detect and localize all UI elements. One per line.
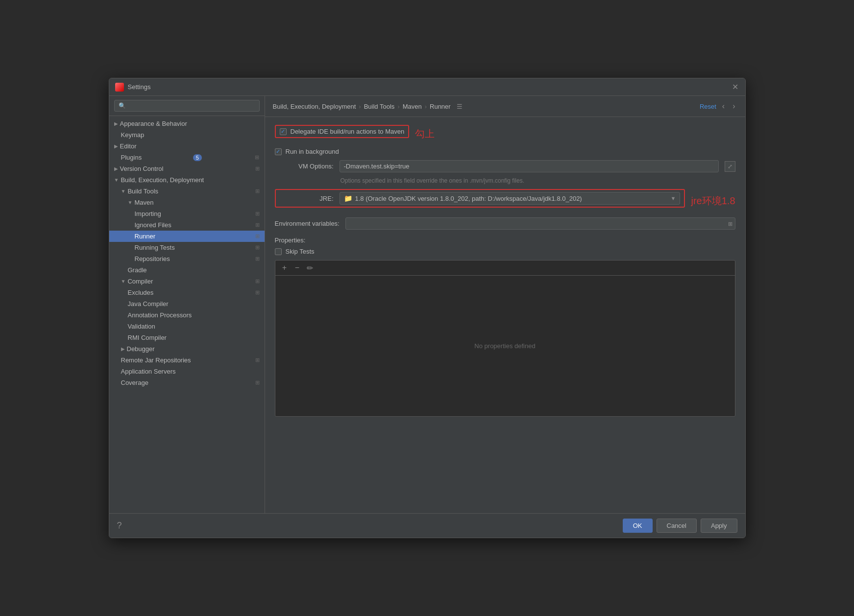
sidebar-item-plugins[interactable]: Plugins 5 ⊞ (109, 152, 265, 163)
sidebar-item-rmi-compiler[interactable]: RMI Compiler (109, 332, 265, 343)
no-properties-label: No properties defined (474, 342, 535, 350)
sidebar-item-label: Build Tools (127, 188, 158, 195)
sidebar: ▶ Appearance & Behavior Keymap ▶ Editor … (109, 96, 265, 513)
sidebar-item-compiler[interactable]: ▼ Compiler ⊞ (109, 276, 265, 287)
sidebar-item-ignored-files[interactable]: Ignored Files ⊞ (109, 219, 265, 231)
sidebar-item-label: Maven (134, 199, 153, 206)
delegate-annotation: 勾上 (415, 127, 435, 141)
sidebar-item-build-tools[interactable]: ▼ Build Tools ⊞ (109, 186, 265, 197)
sidebar-item-label: Runner (135, 233, 156, 240)
skip-tests-checkbox[interactable] (275, 248, 282, 255)
search-input[interactable] (114, 100, 260, 112)
window-title: Settings (128, 83, 151, 91)
sidebar-item-label: Appearance & Behavior (120, 120, 187, 127)
title-bar-left: Settings (115, 83, 151, 92)
settings-window: Settings ✕ ▶ Appearance & Behavior Keyma… (109, 78, 746, 538)
sidebar-item-label: Build, Execution, Deployment (121, 176, 204, 184)
cancel-button[interactable]: Cancel (657, 519, 697, 533)
sidebar-item-maven[interactable]: ▼ Maven (109, 197, 265, 208)
edit-property-button[interactable]: ✏ (305, 262, 316, 273)
nav-back-button[interactable]: ‹ (720, 101, 727, 112)
sidebar-item-appearance[interactable]: ▶ Appearance & Behavior (109, 118, 265, 129)
run-in-background-label: Run in background (286, 148, 339, 155)
footer-buttons: OK Cancel Apply (623, 519, 737, 533)
sidebar-item-runner[interactable]: Runner ⊞ (109, 231, 265, 242)
settings-icon: ⊞ (255, 278, 260, 284)
settings-icon: ⊞ (255, 222, 260, 228)
sidebar-item-java-compiler[interactable]: Java Compiler (109, 298, 265, 309)
arrow-icon: ▶ (114, 143, 118, 149)
breadcrumb-part-2: Build Tools (364, 103, 395, 110)
arrow-icon: ▶ (121, 346, 125, 352)
delegate-checkbox[interactable] (280, 128, 287, 135)
settings-icon: ⊞ (255, 289, 260, 296)
breadcrumb-part-1: Build, Execution, Deployment (273, 103, 356, 110)
sidebar-item-label: Debugger (127, 345, 155, 353)
settings-icon: ⊞ (255, 379, 260, 386)
sidebar-item-excludes[interactable]: Excludes ⊞ (109, 287, 265, 298)
add-property-button[interactable]: + (279, 262, 290, 273)
sidebar-item-build-execution[interactable]: ▼ Build, Execution, Deployment (109, 174, 265, 186)
sidebar-item-label: Gradle (128, 266, 147, 274)
arrow-icon: ▼ (114, 177, 119, 183)
breadcrumb-part-3: Maven (403, 103, 422, 110)
sidebar-item-annotation-processors[interactable]: Annotation Processors (109, 309, 265, 321)
breadcrumb-sep-2: › (397, 103, 399, 110)
vm-options-expand-button[interactable]: ⤢ (725, 161, 735, 172)
sidebar-item-importing[interactable]: Importing ⊞ (109, 208, 265, 219)
apply-button[interactable]: Apply (701, 519, 737, 533)
jre-annotation: jre环境1.8 (691, 194, 735, 208)
sidebar-item-label: Running Tests (135, 244, 175, 251)
sidebar-item-gradle[interactable]: Gradle (109, 264, 265, 276)
settings-icon: ⊞ (255, 211, 260, 217)
properties-section-title: Properties: (275, 237, 735, 244)
settings-icon: ⊞ (255, 154, 259, 161)
sidebar-item-repositories[interactable]: Repositories ⊞ (109, 253, 265, 264)
sidebar-item-label: Compiler (127, 278, 153, 285)
sidebar-item-validation[interactable]: Validation (109, 321, 265, 332)
breadcrumb-part-4: Runner (430, 103, 451, 110)
sidebar-item-running-tests[interactable]: Running Tests ⊞ (109, 242, 265, 253)
sidebar-item-editor[interactable]: ▶ Editor (109, 141, 265, 152)
content-area: ▶ Appearance & Behavior Keymap ▶ Editor … (109, 96, 745, 513)
breadcrumb-bar: Build, Execution, Deployment › Build Too… (265, 96, 745, 117)
ok-button[interactable]: OK (623, 519, 653, 533)
remove-property-button[interactable]: − (292, 262, 303, 273)
sidebar-item-debugger[interactable]: ▶ Debugger (109, 343, 265, 355)
breadcrumb-sep-1: › (359, 103, 361, 110)
run-in-background-checkbox[interactable] (275, 148, 282, 155)
sidebar-item-application-servers[interactable]: Application Servers (109, 366, 265, 377)
vm-options-row: VM Options: ⤢ (275, 160, 735, 172)
panel-body: Delegate IDE build/run actions to Maven … (265, 117, 745, 513)
reset-button[interactable]: Reset (700, 103, 716, 110)
vm-options-hint: Options specified in this field override… (275, 177, 735, 184)
settings-icon: ⊞ (255, 256, 260, 262)
help-button[interactable]: ? (117, 521, 122, 531)
sidebar-item-coverage[interactable]: Coverage ⊞ (109, 377, 265, 388)
vm-options-label: VM Options: (275, 163, 334, 170)
sidebar-item-keymap[interactable]: Keymap (109, 129, 265, 141)
sidebar-item-label: Excludes (128, 289, 154, 296)
sidebar-item-label: Keymap (121, 131, 145, 139)
sidebar-item-label: Application Servers (121, 368, 176, 375)
vm-options-input[interactable] (340, 160, 719, 172)
breadcrumb-settings-icon: ☰ (457, 103, 463, 110)
env-row: Environment variables: ⊞ (275, 217, 735, 230)
nav-forward-button[interactable]: › (731, 101, 737, 112)
env-copy-icon[interactable]: ⊞ (728, 220, 732, 227)
delegate-highlight-box: Delegate IDE build/run actions to Maven (275, 125, 410, 138)
app-icon (115, 83, 124, 92)
jre-select[interactable]: 📁 1.8 (Oracle OpenJDK version 1.8.0_202,… (340, 192, 681, 205)
arrow-icon: ▼ (121, 279, 126, 284)
sidebar-item-label: Validation (128, 323, 155, 330)
close-button[interactable]: ✕ (732, 83, 739, 91)
sidebar-item-remote-jar-repos[interactable]: Remote Jar Repositories ⊞ (109, 355, 265, 366)
breadcrumb-sep-3: › (425, 103, 427, 110)
env-input[interactable] (345, 217, 735, 230)
delegate-row-container: Delegate IDE build/run actions to Maven … (275, 125, 735, 143)
arrow-icon: ▶ (114, 121, 118, 126)
skip-tests-row: Skip Tests (275, 248, 735, 255)
sidebar-item-version-control[interactable]: ▶ Version Control ⊞ (109, 163, 265, 174)
settings-icon: ⊞ (255, 244, 260, 251)
jre-folder-icon: 📁 (344, 194, 352, 202)
